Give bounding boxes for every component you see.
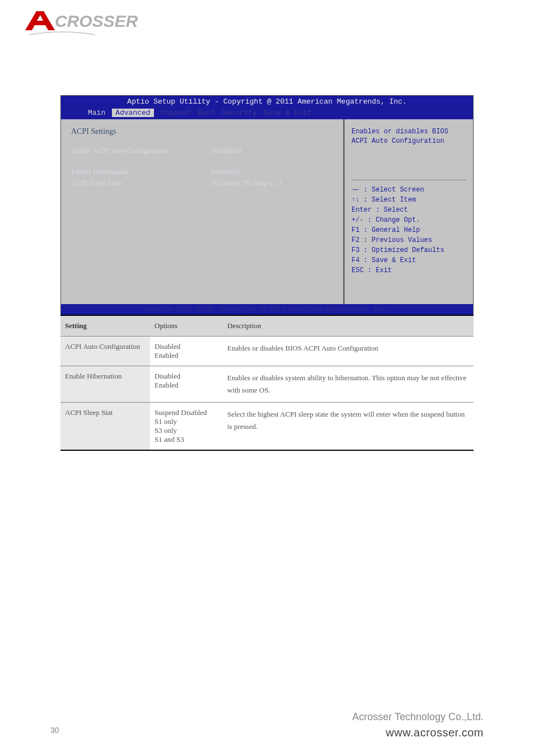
bios-window: Aptio Setup Utility - Copyright @ 2011 A… <box>60 95 474 316</box>
setting-value: [S1Only(CPU Stop C...] <box>211 179 282 188</box>
table-header-options: Options <box>150 315 223 337</box>
table-cell-setting: ACPI Auto Configuration <box>60 337 150 366</box>
setting-value: [Disabled] <box>211 146 242 155</box>
table-cell-setting: Enable Hibernation <box>60 366 150 403</box>
key-help-line: F3 : Optimized Defaults <box>352 245 466 255</box>
keyboard-help: →← : Select Screen ↑↓ : Select Item Ente… <box>352 185 466 276</box>
setting-row[interactable]: Enable Hibernation [Enabled] <box>71 167 333 176</box>
help-divider <box>352 180 466 180</box>
table-row: ACPI Auto Configuration Disabled Enabled… <box>60 337 474 366</box>
section-title: ACPI Settings <box>71 127 333 136</box>
key-help-line: ESC : Exit <box>352 265 466 276</box>
table-cell-options: Disabled Enabled <box>150 337 223 366</box>
help-description: Enables or disables BIOS ACPI Auto Confi… <box>352 127 466 146</box>
table-cell-options: Suspend Disabled S1 only S3 only S1 and … <box>150 403 223 451</box>
page-footer: Acrosser Technology Co.,Ltd. www.acrosse… <box>352 711 484 739</box>
setting-row[interactable]: Enable ACPI Auto Configuration [Disabled… <box>71 146 333 155</box>
footer-url: www.acrosser.com <box>352 726 484 739</box>
key-help-line: Enter : Select <box>352 205 466 215</box>
tab-boot[interactable]: Boot <box>198 109 215 117</box>
setting-label: Enable Hibernation <box>71 167 211 176</box>
table-cell-setting: ACPI Sleep Stat <box>60 403 150 451</box>
table-cell-description: Select the highest ACPI sleep state the … <box>223 403 474 451</box>
footer-company: Acrosser Technology Co.,Ltd. <box>352 711 484 723</box>
bios-help-panel: Enables or disables BIOS ACPI Auto Confi… <box>344 119 473 304</box>
key-help-line: +/- : Change Opt. <box>352 215 466 225</box>
bios-tab-bar: Main Advanced Chipset Boot Security Save… <box>61 108 473 119</box>
bios-footer: Version 2.15.1226. Copyright @ 2012 Amer… <box>61 304 473 315</box>
bios-settings-panel: ACPI Settings Enable ACPI Auto Configura… <box>61 119 344 304</box>
setting-row[interactable]: ACPI Sleep State [S1Only(CPU Stop C...] <box>71 179 333 188</box>
tab-main[interactable]: Main <box>88 109 105 117</box>
key-help-line: F2 : Previous Values <box>352 235 466 245</box>
table-cell-description: Enables or disables BIOS ACPI Auto Confi… <box>223 337 474 366</box>
setting-label: Enable ACPI Auto Configuration <box>71 146 211 155</box>
bios-body: ACPI Settings Enable ACPI Auto Configura… <box>61 119 473 304</box>
tab-advanced[interactable]: Advanced <box>112 109 153 117</box>
logo: CROSSER <box>22 7 168 40</box>
table-row: ACPI Sleep Stat Suspend Disabled S1 only… <box>60 403 474 451</box>
settings-description-table: Setting Options Description ACPI Auto Co… <box>60 315 474 451</box>
key-help-line: →← : Select Screen <box>352 185 466 195</box>
key-help-line: F4 : Save & Exit <box>352 255 466 265</box>
svg-text:CROSSER: CROSSER <box>55 12 138 30</box>
page-number: 30 <box>50 726 59 735</box>
bios-title: Aptio Setup Utility - Copyright @ 2011 A… <box>61 96 473 108</box>
table-cell-options: Disabled Enabled <box>150 366 223 403</box>
table-header-description: Description <box>223 315 474 337</box>
tab-save-exit[interactable]: Save & Exit <box>264 109 312 117</box>
key-help-line: F1 : General Help <box>352 225 466 235</box>
key-help-line: ↑↓ : Select Item <box>352 195 466 205</box>
acrosser-logo-icon: CROSSER <box>22 7 168 40</box>
table-cell-description: Enables or disables system ability to hi… <box>223 366 474 403</box>
setting-label: ACPI Sleep State <box>71 179 211 188</box>
table-header-setting: Setting <box>60 315 150 337</box>
tab-security[interactable]: Security <box>222 109 256 117</box>
setting-value: [Enabled] <box>211 167 240 176</box>
tab-chipset[interactable]: Chipset <box>161 109 191 117</box>
table-row: Enable Hibernation Disabled Enabled Enab… <box>60 366 474 403</box>
